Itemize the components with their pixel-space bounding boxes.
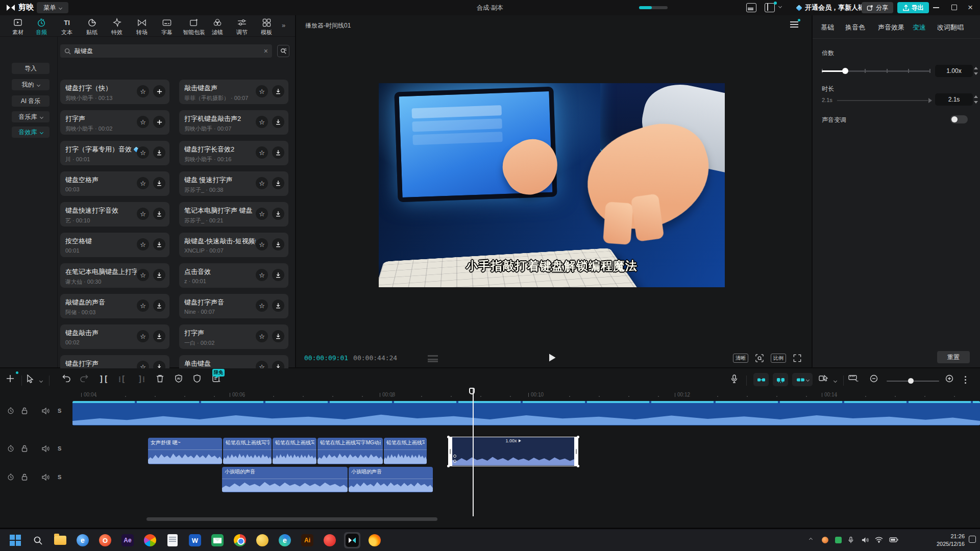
player-menu-icon[interactable] <box>790 21 798 28</box>
main-audio-track[interactable] <box>72 401 980 425</box>
favorite-button[interactable]: ☆ <box>137 238 149 251</box>
download-button[interactable] <box>272 238 284 251</box>
download-button[interactable] <box>272 116 284 128</box>
tab-voice-change[interactable]: 换音色 <box>845 23 865 32</box>
speaker-icon[interactable] <box>42 445 50 452</box>
tab-sticker[interactable]: 贴纸 <box>80 17 104 36</box>
taskbar-app-notepad[interactable] <box>164 532 181 548</box>
speed-stepper[interactable] <box>973 65 979 77</box>
sound-item[interactable]: 打字机键盘敲击声2剪映小助手 · 00:07☆ <box>179 110 288 135</box>
sound-item[interactable]: 键盘打字长音效2剪映小助手 · 00:16☆ <box>179 141 288 165</box>
audio-clip[interactable]: 小孩唱的声音 <box>222 467 348 492</box>
cursor-mode-button[interactable] <box>819 374 828 382</box>
download-button[interactable] <box>153 146 165 159</box>
timeline-ruler-button[interactable] <box>848 374 859 382</box>
sidebar-item-ai-music[interactable]: AI 音乐 <box>12 95 50 107</box>
taskbar-app-illustrator[interactable]: Ai <box>299 532 315 548</box>
more-tabs-button[interactable]: » <box>282 21 284 29</box>
tray-color-icon[interactable] <box>822 537 828 543</box>
mask-button[interactable] <box>193 374 201 383</box>
favorite-button[interactable]: ☆ <box>137 116 149 128</box>
sound-item[interactable]: 笔记本电脑打字声 键盘苏苏子_ · 00:21☆ <box>179 202 288 227</box>
sound-item[interactable]: 点击音效z · 00:01☆ <box>179 263 288 288</box>
timeline-more-icon[interactable] <box>965 376 966 378</box>
favorite-button[interactable]: ☆ <box>137 330 149 342</box>
video-preview[interactable]: 小手指敲打着键盘解锁编程魔法 <box>379 83 725 287</box>
sound-item[interactable]: 打字声一白 · 00:02☆ <box>179 324 288 349</box>
workspace-icon[interactable] <box>765 3 775 12</box>
lock-icon[interactable] <box>21 407 28 414</box>
download-button[interactable] <box>272 208 284 220</box>
favorite-button[interactable]: ☆ <box>137 269 149 281</box>
tab-captions[interactable]: 字幕 <box>155 17 179 36</box>
sound-item[interactable]: 键盘敲击声00:02☆ <box>60 324 169 349</box>
zoom-out-icon[interactable] <box>870 374 878 383</box>
layout-panel-icon[interactable] <box>746 3 756 12</box>
taskbar-app-file-explorer[interactable] <box>52 532 68 548</box>
download-button[interactable] <box>272 177 284 189</box>
tray-mic-icon[interactable] <box>848 536 853 544</box>
taskbar-app-after-effects[interactable]: Ae <box>119 532 136 548</box>
workspace-chevron-icon[interactable] <box>778 5 782 8</box>
timeline-zoom-slider[interactable] <box>887 381 939 382</box>
audio-clip[interactable]: 小孩唱的声音 <box>349 467 433 492</box>
selected-audio-clip[interactable]: 1.00x <box>448 437 578 466</box>
speed-value[interactable]: 1.00x <box>935 65 973 77</box>
select-tool-button[interactable] <box>27 374 34 383</box>
zoom-area-icon[interactable] <box>755 354 764 362</box>
link-toggle-button[interactable] <box>773 373 788 386</box>
favorite-button[interactable]: ☆ <box>137 299 149 312</box>
close-button[interactable]: × <box>968 2 973 14</box>
taskbar-app-red[interactable] <box>322 532 338 548</box>
tab-audio[interactable]: 音频 <box>30 17 53 36</box>
favorite-button[interactable]: ☆ <box>137 146 149 159</box>
sound-item[interactable]: 键盘 慢速打字声苏苏子_ · 00:38☆ <box>179 171 288 196</box>
favorite-button[interactable]: ☆ <box>256 269 268 281</box>
favorite-button[interactable]: ☆ <box>256 146 268 159</box>
tab-adjust[interactable]: 调节 <box>230 17 254 36</box>
windows-start-button[interactable] <box>7 532 23 548</box>
fade-in-handle[interactable] <box>453 460 456 463</box>
delete-button[interactable] <box>156 374 164 383</box>
search-input[interactable]: 敲键盘 × <box>60 44 272 58</box>
favorite-button[interactable]: ☆ <box>256 116 268 128</box>
clear-search-icon[interactable]: × <box>264 47 268 55</box>
redo-button[interactable] <box>80 374 88 382</box>
taskbar-app-yellow[interactable] <box>254 532 271 548</box>
pitch-toggle[interactable] <box>950 115 968 123</box>
taskbar-app-word[interactable]: W <box>187 532 203 548</box>
audio-clip[interactable]: 铅笔在纸上画线写字MG动画 <box>317 438 383 464</box>
clip-trim-handle-right[interactable] <box>574 437 578 466</box>
ratio-badge[interactable]: 比例 <box>771 354 786 363</box>
tray-chevron-up-icon[interactable] <box>809 538 813 541</box>
audio-clip[interactable]: 铅笔在纸上画线写字 <box>223 438 272 464</box>
taskbar-clock[interactable]: 21:262025/12/16 <box>922 533 965 548</box>
tab-basic[interactable]: 基础 <box>821 23 834 32</box>
add-media-button[interactable] <box>6 374 14 383</box>
speed-slider-knob[interactable] <box>842 68 848 74</box>
sidebar-item-import[interactable]: 导入 <box>12 63 50 74</box>
favorite-button[interactable]: ☆ <box>256 85 268 97</box>
speaker-icon[interactable] <box>42 474 50 481</box>
solo-button[interactable]: S <box>58 474 61 480</box>
playhead[interactable] <box>473 389 474 516</box>
taskbar-app-jianying[interactable] <box>344 532 360 548</box>
trim-right-button[interactable]: ]⁞ <box>138 374 145 384</box>
tray-battery-icon[interactable] <box>889 537 898 542</box>
share-button[interactable]: 分享 <box>862 2 893 13</box>
taskbar-app-edge[interactable]: e <box>277 532 293 548</box>
split-tool-button[interactable]: ][ <box>99 374 108 384</box>
audio-clip[interactable]: 铅笔在纸上画线写字 <box>384 438 427 464</box>
sound-item[interactable]: 键盘快速打字音效艺 · 00:10☆ <box>60 202 169 227</box>
taskbar-app-photos[interactable] <box>142 532 158 548</box>
fullscreen-icon[interactable] <box>793 354 801 362</box>
taskbar-app-mail[interactable] <box>209 532 226 548</box>
menu-button[interactable]: 菜单 <box>37 2 68 13</box>
solo-button[interactable]: S <box>58 408 61 414</box>
sound-item[interactable]: 打字声剪映小助手 · 00:02☆ <box>60 110 169 135</box>
download-button[interactable] <box>153 269 165 281</box>
tab-media[interactable]: 素材 <box>6 17 30 36</box>
taskbar-app-chrome[interactable] <box>232 532 248 548</box>
add-to-timeline-button[interactable] <box>153 116 165 128</box>
lock-icon[interactable] <box>21 473 28 481</box>
